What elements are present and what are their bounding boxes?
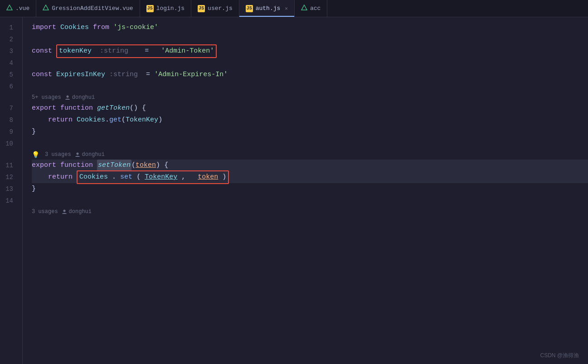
svg-marker-3 [301,5,307,10]
ln-10: 10 [0,138,18,150]
ln-13: 13 [0,183,18,195]
tab-acc[interactable]: acc [295,0,327,17]
method-set: set [120,173,132,181]
brace-close-2: } [32,183,36,195]
paren-open-3: ( [131,160,136,171]
person-icon-1: donghui [65,94,95,101]
code-line-3: const tokenKey :string = 'Admin-Token' [32,45,588,57]
tab-login-label: login.js [156,5,185,12]
meta-line-2: 💡 3 usages donghui [32,150,588,160]
tab-acc-label: acc [310,5,321,12]
author-1: donghui [72,94,95,101]
tab-vue2-label: GressionAddEditView.vue [52,5,133,12]
ln-2: 2 [0,34,18,45]
ln-12: 12 [0,171,18,183]
tab-login[interactable]: JS login.js [140,0,191,17]
equals-1: = [145,47,149,55]
tab-user[interactable]: JS user.js [191,0,239,17]
paren-open-2: ( [121,114,126,126]
paren-close-2: ) [158,114,162,126]
kw-import: import [32,22,56,34]
token-key-var: tokenKey [59,47,92,55]
code-line-9: } [32,126,588,138]
expires-in-key-var: ExpiresInKey [56,69,105,81]
js-icon-login: JS [146,5,154,12]
ln-8: 8 [0,114,18,126]
tab-bar: .vue GressionAddEditView.vue JS login.js… [0,0,588,17]
tab-auth-close[interactable]: ✕ [285,5,288,11]
token-param-ref: token [198,173,218,181]
brace-close-1: } [32,126,36,138]
svg-point-5 [76,153,78,155]
js-icon-user: JS [198,5,205,12]
vue-icon-1 [6,5,13,13]
kw-function-2: function [60,160,93,171]
paren-open-1: () [130,102,138,114]
line-numbers: 1 2 3 4 5 6 7 8 9 10 11 12 13 14 [0,17,23,364]
tab-auth[interactable]: JS auth.js ✕ [239,0,295,17]
meta-line-1: 5+ usages donghui [32,92,588,102]
token-key-ref-1: TokenKey [126,114,158,126]
fn-set-token: setToken [98,161,131,169]
js-icon-auth: JS [246,5,253,12]
code-line-1: import Cookies from 'js-cookie' [32,22,588,34]
paren-close-4: ) [222,173,226,181]
tab-vue1[interactable]: .vue [0,0,36,17]
kw-from: from [93,22,109,34]
ln-meta2 [0,150,18,160]
editor: 1 2 3 4 5 6 7 8 9 10 11 12 13 14 import … [0,17,588,364]
ln-4: 4 [0,57,18,69]
tab-user-label: user.js [208,5,233,12]
code-line-6 [32,81,588,92]
person-icon-2: donghui [75,151,105,158]
watermark: CSDN @渔得渔 [540,352,579,359]
code-line-8: return Cookies . get ( TokenKey ) [32,114,588,126]
svg-marker-0 [7,5,12,10]
method-get: get [109,114,121,126]
cookies-ref-1: Cookies [77,114,105,126]
comma-1: , [181,173,185,181]
person-icon-3: donghui [62,209,92,215]
code-line-2 [32,34,588,45]
vue-icon-2 [43,5,49,13]
brace-open-2: { [164,160,168,171]
code-line-14 [32,195,588,207]
svg-point-4 [66,96,68,98]
fn-set-token-highlight: setToken [97,160,131,171]
bulb-icon: 💡 [32,151,39,159]
kw-return-1: return [48,114,73,126]
dot-2: . [112,173,116,181]
cookies-ref-2: Cookies [79,173,108,181]
author-3: donghui [69,209,92,215]
dot-1: . [105,114,109,126]
ln-9: 9 [0,126,18,138]
ln-meta1 [0,92,18,102]
code-area[interactable]: import Cookies from 'js-cookie' const to… [23,17,588,364]
kw-return-2: return [48,171,73,183]
code-line-11: export function setToken ( token ) { [32,160,588,171]
param-token: token [136,160,156,171]
ln-3: 3 [0,45,18,57]
ln-6: 6 [0,81,18,92]
kw-export-2: export [32,160,56,171]
code-line-4 [32,57,588,69]
tab-vue1-label: .vue [15,5,29,12]
ln-meta3 [0,207,18,217]
equals-2: = [146,69,150,81]
usages-count-3: 3 usages [32,209,58,215]
ln-11: 11 [0,160,18,171]
token-key-ref-2: TokenKey [145,173,177,181]
code-line-12: return Cookies . set ( TokenKey , token … [32,171,588,183]
author-2: donghui [82,151,105,158]
vue-icon-acc [301,5,307,13]
code-line-5: const ExpiresInKey :string = 'Admin-Expi… [32,69,588,81]
type-string-1: :string [96,47,128,55]
ln-5: 5 [0,69,18,81]
tab-vue2[interactable]: GressionAddEditView.vue [36,0,140,17]
code-line-13: } [32,183,588,195]
usages-count-1: 5+ usages [32,94,61,101]
ln-7: 7 [0,102,18,114]
string-admin-expires: 'Admin-Expires-In' [154,69,228,81]
fn-get-token: getToken [97,102,130,114]
kw-const-1: const [32,45,52,57]
